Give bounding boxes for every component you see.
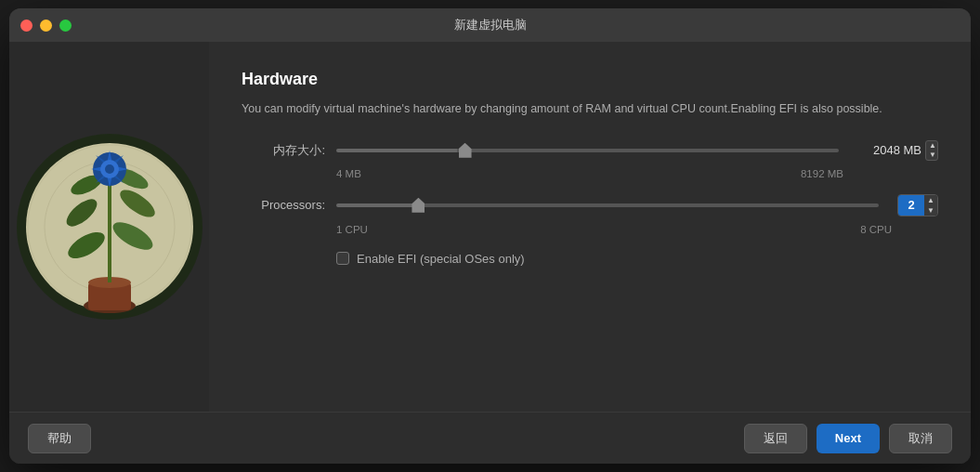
efi-label: Enable EFI (special OSes only) (357, 252, 525, 266)
processors-up-arrow[interactable]: ▲ (924, 195, 937, 205)
processors-slider-container (336, 196, 879, 215)
ram-value-display: 2048 MB ▲ ▼ (850, 140, 938, 161)
processors-label: Processors: (242, 198, 325, 212)
back-button[interactable]: 返回 (744, 424, 807, 453)
ram-max-label: 8192 MB (801, 168, 843, 179)
maximize-button[interactable] (59, 20, 72, 32)
minimize-button[interactable] (40, 20, 52, 32)
hardware-form: 内存大小: 2048 MB ▲ ▼ (242, 140, 938, 266)
help-button[interactable]: 帮助 (28, 424, 91, 453)
processors-down-arrow[interactable]: ▼ (924, 205, 937, 216)
processors-row: Processors: 2 ▲ ▼ (242, 194, 938, 216)
footer-right: 返回 Next 取消 (744, 424, 952, 453)
ram-value: 2048 (873, 143, 900, 157)
ram-min-label: 4 MB (336, 168, 361, 179)
section-description: You can modify virtual machine's hardwar… (242, 100, 892, 118)
cpu-max-label: 8 CPU (860, 224, 892, 235)
ram-unit-label: MB (904, 143, 922, 157)
window-title: 新建虚拟电脑 (454, 17, 527, 33)
processors-value: 2 (898, 195, 924, 216)
sidebar (9, 42, 209, 412)
processors-spinbox-arrows: ▲ ▼ (924, 195, 937, 216)
ram-range-labels: 4 MB 8192 MB (336, 168, 843, 179)
ram-label: 内存大小: (242, 142, 325, 159)
section-title: Hardware (242, 70, 938, 89)
cpu-range-labels: 1 CPU 8 CPU (336, 224, 892, 235)
content-panel: Hardware You can modify virtual machine'… (209, 42, 971, 412)
ram-row: 内存大小: 2048 MB ▲ ▼ (242, 140, 938, 161)
titlebar: 新建虚拟电脑 (9, 8, 971, 42)
efi-row: Enable EFI (special OSes only) (336, 252, 938, 266)
ram-spinbox-arrows: ▲ ▼ (925, 140, 938, 161)
plant-illustration (12, 42, 207, 412)
ram-slider[interactable] (336, 149, 839, 152)
ram-slider-container (336, 141, 839, 160)
main-content: Hardware You can modify virtual machine'… (9, 42, 971, 412)
svg-point-24 (105, 164, 114, 174)
ram-down-arrow[interactable]: ▼ (926, 151, 939, 160)
next-button[interactable]: Next (817, 424, 880, 453)
footer-left: 帮助 (28, 424, 744, 453)
processors-slider[interactable] (336, 203, 879, 207)
close-button[interactable] (20, 20, 33, 32)
sidebar-illustration (9, 42, 209, 412)
footer: 帮助 返回 Next 取消 (9, 412, 971, 464)
efi-checkbox[interactable] (336, 252, 349, 265)
cpu-min-label: 1 CPU (336, 224, 368, 235)
window-controls (20, 20, 72, 32)
main-window: 新建虚拟电脑 (9, 8, 971, 464)
cancel-button[interactable]: 取消 (889, 424, 952, 453)
processors-spinbox: 2 ▲ ▼ (897, 194, 938, 216)
ram-up-arrow[interactable]: ▲ (926, 141, 939, 151)
